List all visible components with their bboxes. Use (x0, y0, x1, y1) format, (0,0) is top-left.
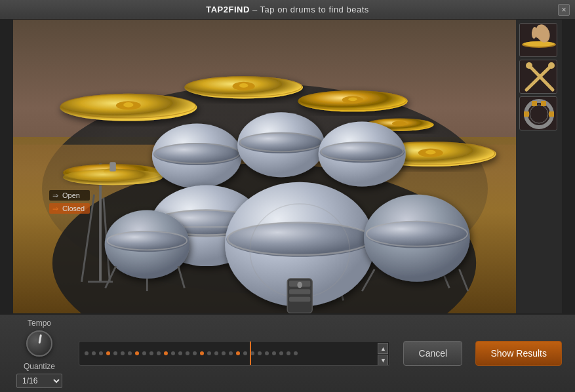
closed-text: Closed (62, 205, 85, 212)
seq-dot-28 (279, 351, 283, 355)
tambourine-thumbnail[interactable] (519, 96, 557, 130)
svg-point-68 (523, 41, 555, 47)
seq-dot-10 (149, 351, 153, 355)
quantize-select[interactable]: 1/4 1/8 1/16 1/32 (16, 374, 62, 388)
seq-dot-17 (200, 351, 204, 355)
seq-dot-15 (186, 351, 189, 355)
cancel-button[interactable]: Cancel (403, 341, 462, 366)
quantize-label: Quantize (24, 362, 55, 371)
seq-dot-22 (236, 351, 240, 355)
sequencer-track[interactable]: ▲ ▼ (79, 341, 390, 366)
seq-dot-25 (258, 351, 262, 355)
seq-dot-11 (157, 351, 161, 355)
seq-dot-9 (142, 351, 146, 355)
svg-rect-81 (549, 111, 554, 117)
seq-dot-5 (113, 351, 117, 355)
seq-dot-7 (128, 351, 132, 355)
svg-rect-63 (289, 297, 310, 302)
brand-name: TAP2FIND (206, 5, 250, 14)
seq-dot-13 (171, 351, 175, 355)
seq-dot-6 (121, 351, 125, 355)
seq-dot-18 (207, 351, 211, 355)
seq-dot-21 (229, 351, 233, 355)
closed-arrow-icon: ⇒ (52, 205, 59, 212)
seq-dot-14 (178, 351, 182, 355)
hihat-labels: ⇒ Open ⇒ Closed (49, 190, 90, 214)
left-side-panel (0, 20, 13, 313)
seq-dot-16 (193, 351, 197, 355)
svg-point-28 (426, 150, 435, 155)
svg-point-31 (392, 121, 407, 127)
svg-rect-82 (532, 101, 537, 106)
seq-dot-27 (272, 351, 276, 355)
closed-label: ⇒ Closed (49, 203, 90, 214)
svg-point-24 (348, 98, 357, 102)
seq-dot-2 (92, 351, 96, 355)
svg-point-64 (297, 282, 302, 288)
seq-dot-4 (106, 351, 110, 355)
tempo-knob[interactable] (26, 330, 52, 357)
drum-area[interactable]: ⇒ Open ⇒ Closed (13, 20, 516, 313)
sequencer-area: ▲ ▼ (79, 341, 390, 366)
seq-dot-20 (222, 351, 226, 355)
svg-point-74 (548, 62, 555, 69)
sticks-thumbnail[interactable] (519, 60, 557, 94)
seq-dot-8 (135, 351, 139, 355)
seq-dot-1 (85, 351, 89, 355)
seq-down-button[interactable]: ▼ (378, 355, 388, 366)
seq-up-button[interactable]: ▲ (378, 343, 388, 354)
seq-controls: ▲ ▼ (378, 343, 388, 366)
tempo-section: Tempo Quantize 1/4 1/8 1/16 1/32 (13, 319, 66, 388)
close-button[interactable]: × (558, 4, 570, 16)
seq-dot-12 (164, 351, 168, 355)
cymbal-thumbnail[interactable] (519, 23, 557, 57)
svg-rect-80 (524, 111, 529, 117)
drum-kit-svg (13, 20, 516, 313)
tempo-label: Tempo (28, 319, 51, 328)
open-arrow-icon: ⇒ (52, 192, 59, 199)
bottom-bar: Tempo Quantize 1/4 1/8 1/16 1/32 (0, 313, 575, 392)
svg-point-20 (239, 83, 248, 88)
open-text: Open (62, 191, 80, 199)
svg-rect-62 (289, 289, 310, 294)
svg-point-76 (526, 62, 532, 69)
right-side-outer (562, 20, 575, 313)
seq-dot-30 (294, 351, 298, 355)
svg-point-12 (123, 102, 133, 108)
seq-dot-29 (287, 351, 290, 355)
title-subtitle: – Tap on drums to find beats (250, 5, 369, 14)
svg-rect-83 (541, 101, 546, 106)
title-bar: TAP2FIND – Tap on drums to find beats × (0, 0, 575, 20)
seq-dot-19 (214, 351, 218, 355)
open-label: ⇒ Open (49, 190, 90, 201)
main-content: ⇒ Open ⇒ Closed (0, 20, 575, 313)
seq-dot-3 (99, 351, 103, 355)
seq-playhead (250, 342, 251, 365)
show-results-button[interactable]: Show Results (475, 341, 562, 366)
right-panel (516, 20, 562, 313)
seq-dot-23 (243, 351, 247, 355)
seq-dot-26 (265, 351, 269, 355)
svg-rect-65 (109, 162, 116, 171)
seq-dots (79, 342, 389, 365)
title-text: TAP2FIND – Tap on drums to find beats (206, 5, 369, 14)
